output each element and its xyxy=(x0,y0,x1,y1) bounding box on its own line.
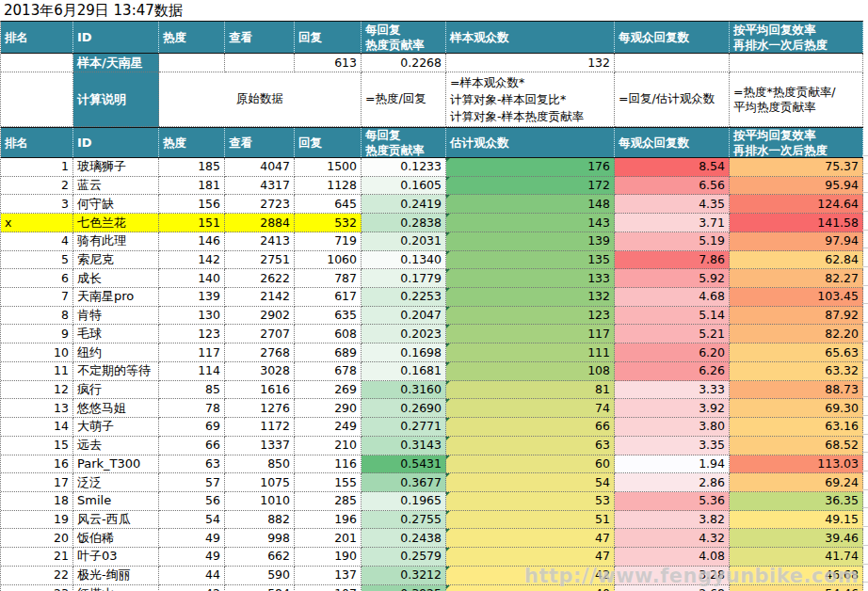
cell-est[interactable]: 176 xyxy=(446,158,615,177)
cell-replies[interactable]: 1500 xyxy=(295,158,362,177)
cell-id[interactable]: 骑有此理 xyxy=(73,232,159,251)
cell-rpv[interactable]: 6.20 xyxy=(615,343,730,362)
cell-adj[interactable]: 82.20 xyxy=(730,325,863,343)
cell-rank[interactable]: 10 xyxy=(1,343,73,362)
cell-rpv[interactable]: 3.71 xyxy=(615,214,730,232)
cell-rank[interactable]: 2 xyxy=(1,177,73,196)
cell-adj[interactable]: 141.58 xyxy=(730,214,863,232)
cell-heat[interactable]: 130 xyxy=(159,307,225,326)
cell-replies[interactable]: 617 xyxy=(295,288,362,307)
cell-id[interactable]: 悠悠马姐 xyxy=(73,399,159,418)
cell-replies[interactable]: 635 xyxy=(295,307,362,326)
cell-rank[interactable]: 20 xyxy=(1,529,73,548)
cell-id[interactable]: 索尼克 xyxy=(73,251,159,270)
header-adjusted-heat[interactable]: 按平均回复效率 再排水一次后热度 xyxy=(730,22,863,53)
cell-sample-id[interactable]: 样本/天南星 xyxy=(73,54,159,72)
cell-replies[interactable]: 532 xyxy=(295,214,362,232)
cell-adj[interactable]: 49.15 xyxy=(730,511,863,530)
cell-id[interactable]: 红塔山 xyxy=(73,585,159,591)
cell-est[interactable]: 47 xyxy=(446,529,615,548)
cell-adj[interactable]: 41.74 xyxy=(730,548,863,567)
cell-heat[interactable]: 142 xyxy=(159,251,225,270)
cell-est[interactable]: 74 xyxy=(446,399,615,418)
cell-heat[interactable]: 185 xyxy=(159,158,225,177)
cell-rpv[interactable]: 5.21 xyxy=(615,325,730,343)
cell-heat[interactable]: 49 xyxy=(159,529,225,548)
cell-rank[interactable]: 8 xyxy=(1,307,73,326)
cell-heat[interactable]: 63 xyxy=(159,455,225,474)
cell-id[interactable]: 七色兰花 xyxy=(73,214,159,232)
cell-adj[interactable]: 75.37 xyxy=(730,158,863,177)
cell-rate[interactable]: 0.2253 xyxy=(362,288,446,307)
cell-replies[interactable]: 678 xyxy=(295,362,362,381)
cell-rate[interactable]: 0.1698 xyxy=(362,343,446,362)
cell-rate[interactable]: 0.3677 xyxy=(362,473,446,492)
cell-rpv-formula[interactable]: =回复/估计观众数 xyxy=(615,72,730,127)
cell-views[interactable]: 2723 xyxy=(225,195,295,214)
cell-heat[interactable]: 146 xyxy=(159,232,225,251)
cell-est[interactable]: 132 xyxy=(446,288,615,307)
cell-views[interactable]: 998 xyxy=(225,529,295,548)
cell-est[interactable]: 54 xyxy=(446,473,615,492)
cell-heat[interactable]: 57 xyxy=(159,473,225,492)
cell-rate[interactable]: 0.2838 xyxy=(362,214,446,232)
cell-rate[interactable]: 0.2579 xyxy=(362,548,446,567)
cell-rank[interactable]: x xyxy=(1,214,73,232)
cell-est[interactable]: 133 xyxy=(446,269,615,288)
cell-est[interactable]: 81 xyxy=(446,381,615,400)
cell-rpv[interactable]: 5.14 xyxy=(615,307,730,326)
cell-views[interactable]: 2142 xyxy=(225,288,295,307)
cell-id[interactable]: 肯特 xyxy=(73,307,159,326)
cell-rate[interactable]: 0.1965 xyxy=(362,492,446,511)
cell-replies[interactable]: 608 xyxy=(295,325,362,343)
cell-heat[interactable]: 44 xyxy=(159,567,225,585)
cell-replies[interactable]: 107 xyxy=(295,585,362,591)
header-rate[interactable]: 每回复 热度贡献率 xyxy=(362,128,446,157)
cell-rpv[interactable]: 5.92 xyxy=(615,269,730,288)
cell-id[interactable]: 天南星pro xyxy=(73,288,159,307)
cell-heat[interactable]: 139 xyxy=(159,288,225,307)
cell-replies[interactable]: 689 xyxy=(295,343,362,362)
cell-replies[interactable]: 155 xyxy=(295,473,362,492)
cell-id[interactable]: 泛泛 xyxy=(73,473,159,492)
cell-id[interactable]: 何守缺 xyxy=(73,195,159,214)
cell-adj[interactable]: 82.27 xyxy=(730,269,863,288)
cell-replies[interactable]: 137 xyxy=(295,567,362,585)
cell-rate[interactable]: 0.2047 xyxy=(362,307,446,326)
cell-rate[interactable]: 0.1340 xyxy=(362,251,446,270)
cell-adj[interactable]: 95.94 xyxy=(730,177,863,196)
cell-rank[interactable]: 6 xyxy=(1,269,73,288)
cell-id[interactable]: Smile xyxy=(73,492,159,511)
cell-id[interactable]: 成长 xyxy=(73,269,159,288)
cell-id[interactable]: 极光-绚丽 xyxy=(73,567,159,585)
cell-est[interactable]: 123 xyxy=(446,307,615,326)
cell-est[interactable]: 53 xyxy=(446,492,615,511)
cell-rank[interactable]: 17 xyxy=(1,473,73,492)
cell-views[interactable]: 1010 xyxy=(225,492,295,511)
cell-replies[interactable]: 787 xyxy=(295,269,362,288)
cell-rate[interactable]: 0.5431 xyxy=(362,455,446,474)
cell-replies[interactable]: 196 xyxy=(295,511,362,530)
cell-rpv[interactable]: 3.92 xyxy=(615,399,730,418)
cell-rank[interactable]: 18 xyxy=(1,492,73,511)
cell-heat[interactable]: 49 xyxy=(159,548,225,567)
cell-heat[interactable]: 151 xyxy=(159,214,225,232)
cell-est[interactable]: 60 xyxy=(446,455,615,474)
header-replies[interactable]: 回复 xyxy=(295,128,362,157)
cell-id[interactable]: 不定期的等待 xyxy=(73,362,159,381)
cell-views[interactable]: 1276 xyxy=(225,399,295,418)
cell-rate[interactable]: 0.2771 xyxy=(362,418,446,437)
cell-est[interactable]: 172 xyxy=(446,177,615,196)
cell-adj[interactable]: 69.30 xyxy=(730,399,863,418)
cell-rank[interactable]: 14 xyxy=(1,418,73,437)
cell-views[interactable]: 2768 xyxy=(225,343,295,362)
cell-views[interactable]: 2751 xyxy=(225,251,295,270)
cell-rank[interactable]: 21 xyxy=(1,548,73,567)
cell-rate[interactable]: 0.1779 xyxy=(362,269,446,288)
cell-views[interactable]: 2707 xyxy=(225,325,295,343)
cell-rate[interactable]: 0.3160 xyxy=(362,381,446,400)
cell-sample-rate[interactable]: 0.2268 xyxy=(362,54,446,72)
cell-est[interactable]: 139 xyxy=(446,232,615,251)
cell-rpv[interactable]: 3.33 xyxy=(615,381,730,400)
cell-views[interactable]: 2902 xyxy=(225,307,295,326)
